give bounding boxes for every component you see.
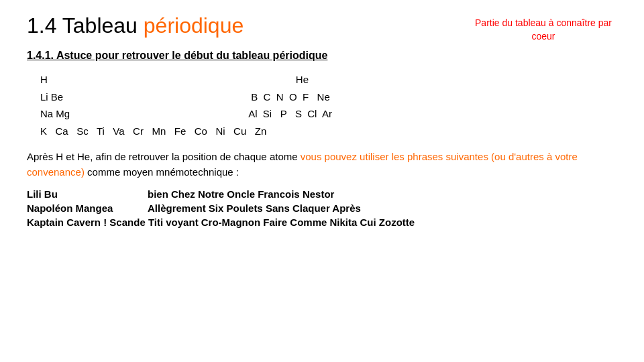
pt-row-2-text: Li Be <box>40 88 63 106</box>
pt-row-1-text: H <box>40 71 48 88</box>
mnemo-table: Lili Bu bien Chez Notre Oncle Francois N… <box>27 188 617 228</box>
pt-row-3-text: Na Mg <box>40 105 70 123</box>
header-area: 1.4 Tableau périodique Partie du tableau… <box>27 13 617 43</box>
pt-row-1: H He <box>40 71 617 88</box>
pt-row-3: Na Mg Al Si P S Cl Ar <box>40 105 617 123</box>
title-highlight: périodique <box>144 13 244 38</box>
mnemo-label-1: Lili Bu <box>27 188 148 200</box>
pt-row-1-right: He <box>296 71 309 88</box>
section-title: 1.4.1. Astuce pour retrouver le début du… <box>27 50 617 62</box>
periodic-table-block: H He Li Be B C N O F Ne Na Mg Al Si P S … <box>40 71 617 139</box>
pt-row-2: Li Be B C N O F Ne <box>40 88 617 106</box>
mnemo-label-2: Napoléon Mangea <box>27 202 148 214</box>
side-note: Partie du tableau à connaître par coeur <box>470 13 617 43</box>
title-prefix: 1.4 Tableau <box>27 13 144 38</box>
page: 1.4 Tableau périodique Partie du tableau… <box>0 0 644 362</box>
description-end: comme moyen mnémotechnique : <box>85 166 239 178</box>
mnemo-row-last: Kaptain Cavern ! Scande Titi voyant Cro-… <box>27 217 617 228</box>
description-plain: Après H et He, afin de retrouver la posi… <box>27 151 301 162</box>
pt-row-2-right: B C N O F Ne <box>251 88 330 106</box>
mnemo-row-1: Lili Bu bien Chez Notre Oncle Francois N… <box>27 188 617 200</box>
pt-row-4-text: K Ca Sc Ti Va Cr Mn Fe Co Ni Cu Zn <box>40 123 266 140</box>
mnemo-value-2: Allègrement Six Poulets Sans Claquer Apr… <box>148 202 361 214</box>
pt-row-4: K Ca Sc Ti Va Cr Mn Fe Co Ni Cu Zn <box>40 123 617 140</box>
main-title: 1.4 Tableau périodique <box>27 13 244 38</box>
description-block: Après H et He, afin de retrouver la posi… <box>27 149 617 180</box>
mnemo-value-1: bien Chez Notre Oncle Francois Nestor <box>148 188 334 200</box>
pt-row-3-right: Al Si P S Cl Ar <box>248 105 332 123</box>
mnemo-row-2: Napoléon Mangea Allègrement Six Poulets … <box>27 202 617 214</box>
